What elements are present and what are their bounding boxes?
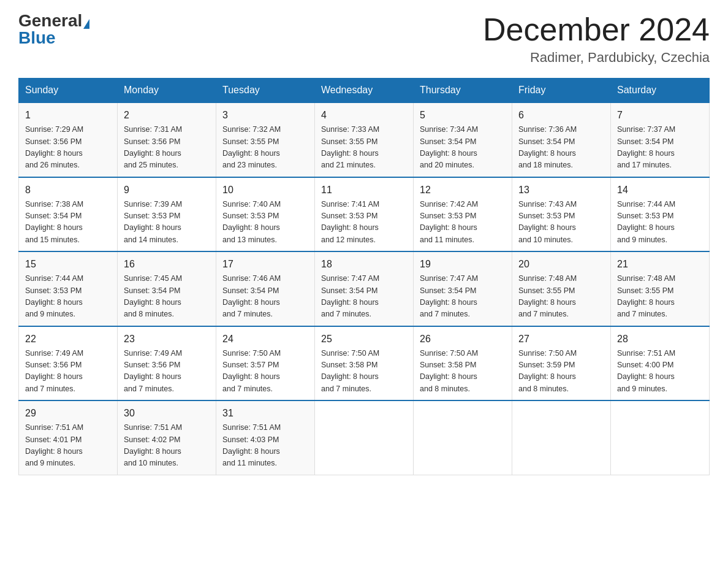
day-info: Sunrise: 7:41 AMSunset: 3:53 PMDaylight:… (321, 199, 407, 247)
calendar-cell: 25Sunrise: 7:50 AMSunset: 3:58 PMDayligh… (315, 326, 414, 401)
header-day-monday: Monday (118, 79, 216, 103)
calendar-cell: 1Sunrise: 7:29 AMSunset: 3:56 PMDaylight… (19, 102, 118, 177)
calendar-cell: 15Sunrise: 7:44 AMSunset: 3:53 PMDayligh… (19, 251, 118, 326)
header-day-thursday: Thursday (414, 79, 512, 103)
day-info: Sunrise: 7:40 AMSunset: 3:53 PMDaylight:… (222, 199, 308, 247)
header-day-wednesday: Wednesday (315, 79, 414, 103)
day-number: 14 (617, 183, 703, 197)
day-info: Sunrise: 7:29 AMSunset: 3:56 PMDaylight:… (25, 124, 111, 172)
day-number: 4 (321, 108, 407, 123)
calendar-week-row: 15Sunrise: 7:44 AMSunset: 3:53 PMDayligh… (19, 251, 710, 326)
calendar-week-row: 8Sunrise: 7:38 AMSunset: 3:54 PMDaylight… (19, 177, 710, 252)
day-number: 22 (25, 332, 111, 347)
calendar-cell: 17Sunrise: 7:46 AMSunset: 3:54 PMDayligh… (216, 251, 315, 326)
calendar-cell: 12Sunrise: 7:42 AMSunset: 3:53 PMDayligh… (414, 177, 512, 252)
day-number: 16 (124, 257, 210, 272)
day-number: 7 (617, 108, 703, 123)
calendar-cell: 30Sunrise: 7:51 AMSunset: 4:02 PMDayligh… (118, 400, 216, 475)
day-number: 27 (518, 332, 604, 347)
calendar-cell: 18Sunrise: 7:47 AMSunset: 3:54 PMDayligh… (315, 251, 414, 326)
day-number: 18 (321, 257, 407, 272)
day-number: 29 (25, 406, 111, 421)
logo-blue-text: Blue (18, 28, 56, 47)
day-info: Sunrise: 7:39 AMSunset: 3:53 PMDaylight:… (124, 199, 210, 247)
day-info: Sunrise: 7:36 AMSunset: 3:54 PMDaylight:… (518, 124, 604, 172)
calendar-cell (611, 400, 710, 475)
calendar-cell: 3Sunrise: 7:32 AMSunset: 3:55 PMDaylight… (216, 102, 315, 177)
logo: General Blue (18, 12, 89, 47)
calendar-cell (512, 400, 611, 475)
day-number: 8 (25, 183, 111, 197)
calendar-cell: 22Sunrise: 7:49 AMSunset: 3:56 PMDayligh… (19, 326, 118, 401)
calendar-cell: 9Sunrise: 7:39 AMSunset: 3:53 PMDaylight… (118, 177, 216, 252)
calendar-cell: 8Sunrise: 7:38 AMSunset: 3:54 PMDaylight… (19, 177, 118, 252)
calendar-cell (315, 400, 414, 475)
calendar-cell: 14Sunrise: 7:44 AMSunset: 3:53 PMDayligh… (611, 177, 710, 252)
calendar-table: SundayMondayTuesdayWednesdayThursdayFrid… (18, 78, 710, 475)
day-number: 2 (124, 108, 210, 123)
day-number: 21 (617, 257, 703, 272)
logo-blue-line: Blue (18, 29, 56, 47)
calendar-cell: 13Sunrise: 7:43 AMSunset: 3:53 PMDayligh… (512, 177, 611, 252)
day-info: Sunrise: 7:38 AMSunset: 3:54 PMDaylight:… (25, 199, 111, 247)
day-info: Sunrise: 7:43 AMSunset: 3:53 PMDaylight:… (518, 199, 604, 247)
day-info: Sunrise: 7:32 AMSunset: 3:55 PMDaylight:… (222, 124, 308, 172)
day-number: 5 (420, 108, 506, 123)
day-info: Sunrise: 7:44 AMSunset: 3:53 PMDaylight:… (25, 273, 111, 321)
calendar-cell: 24Sunrise: 7:50 AMSunset: 3:57 PMDayligh… (216, 326, 315, 401)
day-info: Sunrise: 7:50 AMSunset: 3:58 PMDaylight:… (420, 348, 506, 396)
header-day-saturday: Saturday (611, 79, 710, 103)
day-info: Sunrise: 7:44 AMSunset: 3:53 PMDaylight:… (617, 199, 703, 247)
calendar-cell: 5Sunrise: 7:34 AMSunset: 3:54 PMDaylight… (414, 102, 512, 177)
day-number: 20 (518, 257, 604, 272)
day-info: Sunrise: 7:51 AMSunset: 4:00 PMDaylight:… (617, 348, 703, 396)
calendar-cell: 19Sunrise: 7:47 AMSunset: 3:54 PMDayligh… (414, 251, 512, 326)
page-header: General Blue December 2024 Radimer, Pard… (18, 12, 710, 66)
logo-general-line: General (18, 12, 89, 29)
location-subtitle: Radimer, Pardubicky, Czechia (483, 50, 710, 66)
day-info: Sunrise: 7:50 AMSunset: 3:59 PMDaylight:… (518, 348, 604, 396)
calendar-cell: 21Sunrise: 7:48 AMSunset: 3:55 PMDayligh… (611, 251, 710, 326)
calendar-week-row: 29Sunrise: 7:51 AMSunset: 4:01 PMDayligh… (19, 400, 710, 475)
day-number: 19 (420, 257, 506, 272)
day-number: 28 (617, 332, 703, 347)
calendar-cell: 6Sunrise: 7:36 AMSunset: 3:54 PMDaylight… (512, 102, 611, 177)
day-number: 9 (124, 183, 210, 197)
day-number: 15 (25, 257, 111, 272)
day-number: 26 (420, 332, 506, 347)
month-year-title: December 2024 (483, 12, 710, 47)
day-number: 3 (222, 108, 308, 123)
day-info: Sunrise: 7:31 AMSunset: 3:56 PMDaylight:… (124, 124, 210, 172)
day-number: 31 (222, 406, 308, 421)
day-info: Sunrise: 7:47 AMSunset: 3:54 PMDaylight:… (321, 273, 407, 321)
day-info: Sunrise: 7:42 AMSunset: 3:53 PMDaylight:… (420, 199, 506, 247)
day-info: Sunrise: 7:48 AMSunset: 3:55 PMDaylight:… (617, 273, 703, 321)
calendar-cell: 7Sunrise: 7:37 AMSunset: 3:54 PMDaylight… (611, 102, 710, 177)
day-info: Sunrise: 7:46 AMSunset: 3:54 PMDaylight:… (222, 273, 308, 321)
header-day-friday: Friday (512, 79, 611, 103)
calendar-cell: 31Sunrise: 7:51 AMSunset: 4:03 PMDayligh… (216, 400, 315, 475)
day-number: 1 (25, 108, 111, 123)
day-info: Sunrise: 7:51 AMSunset: 4:02 PMDaylight:… (124, 422, 210, 470)
calendar-cell: 28Sunrise: 7:51 AMSunset: 4:00 PMDayligh… (611, 326, 710, 401)
calendar-cell (414, 400, 512, 475)
title-block: December 2024 Radimer, Pardubicky, Czech… (483, 12, 710, 66)
calendar-cell: 20Sunrise: 7:48 AMSunset: 3:55 PMDayligh… (512, 251, 611, 326)
day-number: 30 (124, 406, 210, 421)
day-info: Sunrise: 7:45 AMSunset: 3:54 PMDaylight:… (124, 273, 210, 321)
calendar-cell: 29Sunrise: 7:51 AMSunset: 4:01 PMDayligh… (19, 400, 118, 475)
calendar-cell: 4Sunrise: 7:33 AMSunset: 3:55 PMDaylight… (315, 102, 414, 177)
calendar-cell: 2Sunrise: 7:31 AMSunset: 3:56 PMDaylight… (118, 102, 216, 177)
calendar-cell: 11Sunrise: 7:41 AMSunset: 3:53 PMDayligh… (315, 177, 414, 252)
day-info: Sunrise: 7:51 AMSunset: 4:03 PMDaylight:… (222, 422, 308, 470)
calendar-week-row: 22Sunrise: 7:49 AMSunset: 3:56 PMDayligh… (19, 326, 710, 401)
day-info: Sunrise: 7:49 AMSunset: 3:56 PMDaylight:… (124, 348, 210, 396)
day-info: Sunrise: 7:48 AMSunset: 3:55 PMDaylight:… (518, 273, 604, 321)
day-info: Sunrise: 7:47 AMSunset: 3:54 PMDaylight:… (420, 273, 506, 321)
day-number: 24 (222, 332, 308, 347)
day-info: Sunrise: 7:50 AMSunset: 3:57 PMDaylight:… (222, 348, 308, 396)
day-number: 23 (124, 332, 210, 347)
logo-general-text: General (18, 11, 82, 30)
day-info: Sunrise: 7:33 AMSunset: 3:55 PMDaylight:… (321, 124, 407, 172)
day-number: 17 (222, 257, 308, 272)
